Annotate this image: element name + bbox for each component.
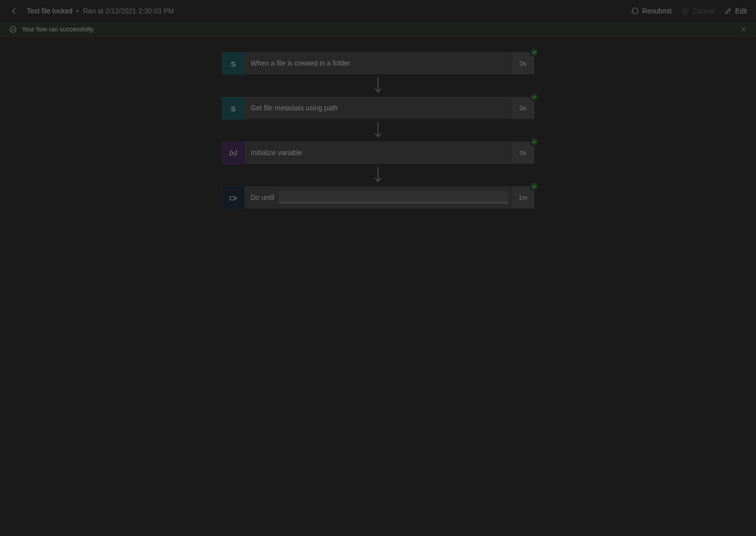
step-label-text: When a file is created in a folder [251,59,350,67]
progress-bar-fill [279,202,508,204]
separator-dot: • [77,7,79,15]
success-badge [530,182,539,191]
close-icon [740,26,747,33]
flow-step: {x}Initialize variable0s [221,141,535,164]
step-label: Initialize variable [245,142,511,164]
sharepoint-icon: S [222,52,245,75]
flow-step-card[interactable]: SWhen a file is created in a folder0s [221,52,535,75]
step-label-text: Do until [251,193,274,201]
back-button[interactable] [9,6,19,16]
success-badge [530,137,539,146]
run-timestamp: Ran at 2/12/2021 2:30:03 PM [83,7,174,15]
flow-step-card[interactable]: Do until1m [221,186,535,209]
success-badge [530,92,539,101]
refresh-icon [631,7,639,15]
success-circle-icon [9,25,17,33]
status-bar: Your flow ran successfully. [0,22,756,37]
breadcrumb: Test file locked • Ran at 2/12/2021 2:30… [27,7,174,15]
flow-arrow [373,75,383,96]
arrow-left-icon [9,6,18,15]
svg-point-1 [10,26,16,32]
edit-label: Edit [735,7,747,15]
top-bar-left: Test file locked • Ran at 2/12/2021 2:30… [9,6,174,16]
step-label: Get file metadata using path [245,97,511,119]
step-label-text: Get file metadata using path [251,104,338,112]
step-label: When a file is created in a folder [245,52,511,74]
resubmit-button[interactable]: Resubmit [631,7,671,15]
edit-button[interactable]: Edit [724,7,747,15]
step-label: Do until [245,186,511,208]
step-label-text: Initialize variable [251,149,302,157]
progress-bar [279,191,508,204]
control-icon [222,186,245,209]
top-bar-actions: Resubmit Cancel Edit [631,7,747,15]
cancel-button: Cancel [681,7,714,15]
cancel-label: Cancel [692,7,714,15]
success-badge [530,48,539,57]
flow-step-card[interactable]: {x}Initialize variable0s [221,141,535,164]
status-bar-left: Your flow ran successfully. [9,25,94,33]
cancel-icon [681,7,689,15]
top-bar: Test file locked • Ran at 2/12/2021 2:30… [0,0,756,22]
pencil-icon [724,7,732,15]
status-message: Your flow ran successfully. [22,26,94,33]
svg-rect-2 [230,197,235,200]
flow-step: SGet file metadata using path0s [221,96,535,119]
flow-title: Test file locked [27,7,73,15]
resubmit-label: Resubmit [642,7,671,15]
flow-step: Do until1m [221,186,535,209]
flow-arrow [373,119,383,141]
status-close-button[interactable] [740,26,747,33]
flow-step-card[interactable]: SGet file metadata using path0s [221,96,535,119]
sharepoint-icon: S [222,97,245,120]
flow-step: SWhen a file is created in a folder0s [221,52,535,75]
variable-icon: {x} [222,142,245,165]
flow-arrow [373,164,383,186]
flow-canvas: SWhen a file is created in a folder0sSGe… [0,37,756,209]
